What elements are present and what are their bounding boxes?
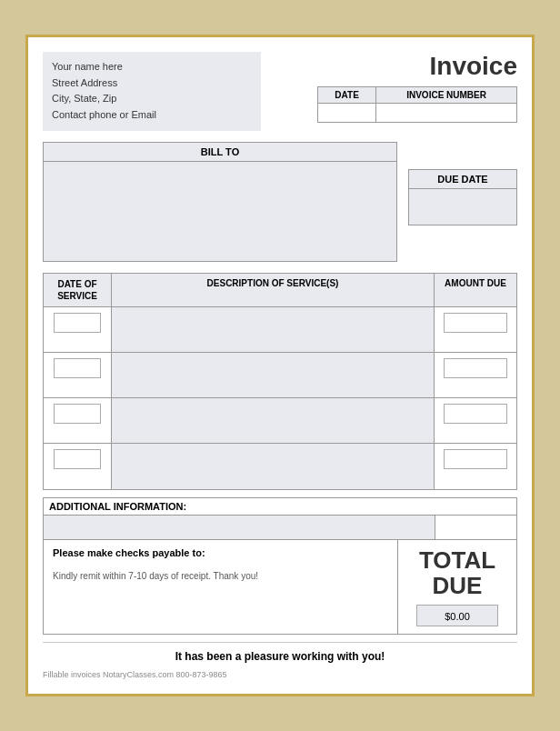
pleasure-message: It has been a pleasure working with you! [43,642,517,666]
total-amount-box[interactable]: $0.00 [416,605,498,626]
service-date-input-4[interactable] [54,449,101,469]
service-date-input-2[interactable] [54,358,101,378]
date-column-header: DATE [318,87,376,104]
bill-to-header: BILL TO [43,142,397,162]
service-amount-cell-3 [435,398,516,443]
footer-right: TOTAL DUE $0.00 [398,540,516,634]
service-amount-cell-2 [435,353,516,397]
service-row [44,398,516,444]
total-due-label: TOTAL DUE [419,547,495,599]
service-row [44,353,516,398]
service-amount-input-1[interactable] [444,313,507,333]
date-invoice-table: DATE INVOICE NUMBER [317,86,517,123]
sender-city: City, State, Zip [52,91,252,107]
invoice-title: Invoice [317,52,517,81]
service-amount-cell-1 [435,307,516,352]
additional-input-area[interactable] [43,515,435,540]
service-date-cell-1 [44,307,112,352]
due-date-header: DUE DATE [408,169,517,189]
additional-row [43,515,517,540]
service-amount-input-4[interactable] [444,449,507,469]
service-date-cell-4 [44,444,112,489]
date-value-cell[interactable] [318,104,376,123]
service-desc-cell-3[interactable] [112,398,435,443]
services-header-row: DATE OF SERVICE DESCRIPTION OF SERVICE(S… [44,274,516,307]
sender-street: Street Address [52,75,252,92]
checks-payable-label: Please make checks payable to: [53,547,388,558]
service-amount-input-2[interactable] [444,358,507,378]
service-desc-cell-2[interactable] [112,353,435,397]
footer-section: Please make checks payable to: Kindly re… [43,540,517,635]
bill-to-block: BILL TO [43,142,397,262]
additional-amount-area[interactable] [435,515,517,540]
services-table: DATE OF SERVICE DESCRIPTION OF SERVICE(S… [43,273,517,490]
footer-credit: Fillable invoices NotaryClasses.com 800-… [43,666,517,679]
col-date-header: DATE OF SERVICE [44,274,112,306]
invoice-number-column-header: INVOICE NUMBER [376,87,517,104]
service-date-cell-2 [44,353,112,397]
footer-left: Please make checks payable to: Kindly re… [44,540,398,634]
service-date-input-3[interactable] [54,404,101,424]
service-amount-cell-4 [435,444,516,489]
service-desc-cell-4[interactable] [112,444,435,489]
col-desc-header: DESCRIPTION OF SERVICE(S) [112,274,435,306]
service-amount-input-3[interactable] [444,404,507,424]
col-amount-header: AMOUNT DUE [435,274,516,306]
service-desc-cell-1[interactable] [112,307,435,352]
invoice-header: Your name here Street Address City, Stat… [43,52,517,130]
due-date-body[interactable] [408,189,517,225]
invoice-title-area: Invoice DATE INVOICE NUMBER [317,52,517,123]
additional-label: ADDITIONAL INFORMATION: [43,497,517,515]
service-date-input-1[interactable] [54,313,101,333]
sender-contact: Contact phone or Email [52,107,252,124]
bill-section: BILL TO DUE DATE [43,142,517,262]
sender-info-block: Your name here Street Address City, Stat… [43,52,261,130]
additional-section: ADDITIONAL INFORMATION: [43,497,517,540]
sender-name: Your name here [52,59,252,75]
due-date-block: DUE DATE [408,142,517,262]
invoice-container: Your name here Street Address City, Stat… [25,35,535,696]
invoice-number-value-cell[interactable] [376,104,517,123]
bill-to-body[interactable] [43,162,397,262]
service-row [44,307,516,353]
service-row [44,444,516,489]
service-date-cell-3 [44,398,112,443]
remit-note: Kindly remit within 7-10 days of receipt… [53,571,388,581]
